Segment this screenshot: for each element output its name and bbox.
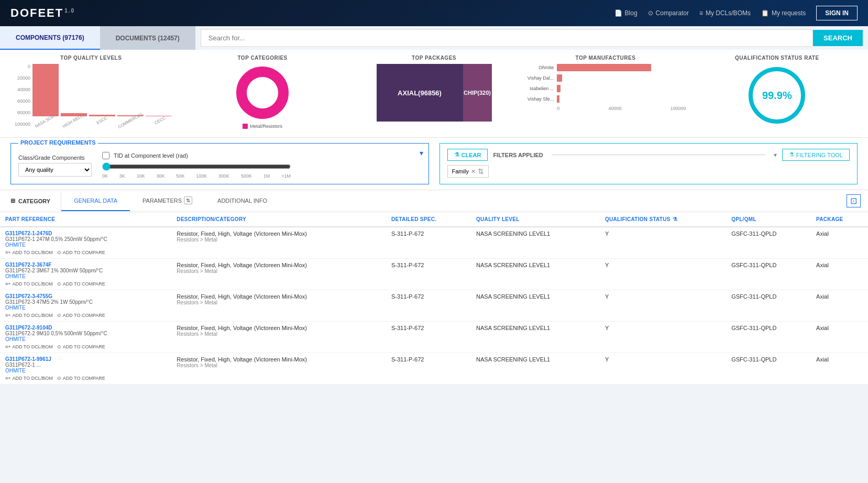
add-dcl-btn-0[interactable]: ≡+ ADD TO DCL/BOM bbox=[5, 250, 53, 255]
tab-parameters[interactable]: PARAMETERS ⇅ bbox=[130, 190, 205, 212]
cell-qpl-3: GSFC-311-QPLD bbox=[726, 322, 811, 353]
category-icon: ⊞ bbox=[10, 197, 15, 204]
req-dropdown-arrow[interactable]: ▾ bbox=[420, 149, 423, 157]
quality-chart-section: TOP QUALITY LEVELS 100000800006000040000… bbox=[10, 55, 171, 132]
tid-checkbox[interactable] bbox=[102, 152, 109, 159]
part-maker-2[interactable]: OHMITE bbox=[5, 305, 166, 311]
add-dcl-btn-3[interactable]: ≡+ ADD TO DCL/BOM bbox=[5, 344, 53, 349]
add-dcl-btn-1[interactable]: ≡+ ADD TO DCL/BOM bbox=[5, 281, 53, 287]
filters-divider bbox=[552, 155, 765, 155]
col-qual-status: QUALIFICATION STATUS ⚗ bbox=[600, 212, 726, 226]
tid-label: TID at Component level (rad) bbox=[114, 152, 188, 159]
cell-package-0: Axial bbox=[811, 227, 868, 259]
nav-dcl-bom[interactable]: ≡ My DCLs/BOMs bbox=[699, 9, 751, 17]
part-ref-sub-0: G311P672-1 247M 0,5% 250mW 50ppm/°C bbox=[5, 236, 166, 242]
parameters-sort-icon[interactable]: ⇅ bbox=[184, 196, 192, 204]
part-ref-sub-4: G311P672-1 ... bbox=[5, 362, 166, 368]
part-maker-1[interactable]: OHMITE bbox=[5, 273, 166, 279]
add-dcl-btn-4[interactable]: ≡+ ADD TO DCL/BOM bbox=[5, 376, 53, 381]
range-labels: 0K3K10K30K50K100K300K500K1M>1M bbox=[102, 173, 291, 179]
packages-chart-title: TOP PACKAGES bbox=[412, 55, 456, 61]
file-icon: 📄 bbox=[614, 9, 622, 17]
tab-additional-info[interactable]: ADDITIONAL INFO bbox=[205, 191, 280, 211]
add-dcl-btn-2[interactable]: ≡+ ADD TO DCL/BOM bbox=[5, 313, 53, 318]
dcl-icon-0: ≡+ bbox=[5, 250, 11, 255]
filters-applied-section: ⚗ CLEAR FILTERS APPLIED ▾ ⚗ FILTERING TO… bbox=[440, 143, 858, 184]
cell-desc-1: Resistor, Fixed, High, Voltage (Victoree… bbox=[171, 259, 386, 290]
part-ref-link-4[interactable]: G311P672-1-9961J bbox=[5, 356, 166, 362]
quality-select[interactable]: Any quality NASA SCREENING LEVEL1 HIGH R… bbox=[18, 163, 92, 177]
project-req-title: PROJECT REQUIREMENTS bbox=[18, 139, 98, 146]
cell-qpl-0: GSFC-311-QPLD bbox=[726, 227, 811, 259]
quality-y-labels: 100000800006000040000200000 bbox=[10, 64, 30, 127]
cell-desc-4: Resistor, Fixed, High, Voltage (Victoree… bbox=[171, 353, 386, 385]
tab-general-data[interactable]: GENERAL DATA bbox=[61, 191, 130, 211]
compare-icon: ⊙ bbox=[648, 9, 653, 17]
cell-quality-1: NASA SCREENING LEVEL1 bbox=[471, 259, 600, 290]
cell-quality-0: NASA SCREENING LEVEL1 bbox=[471, 227, 600, 259]
tid-row: TID at Component level (rad) bbox=[102, 152, 291, 159]
class-grade-label: Class/Grade Components bbox=[18, 155, 92, 161]
mfr-row-vishay-sfe: Vishay Sfe... bbox=[525, 95, 686, 103]
add-compare-btn-2[interactable]: ⊙ ADD TO COMPARE bbox=[57, 313, 105, 318]
range-slider-group: 0K3K10K30K50K100K300K500K1M>1M bbox=[102, 159, 291, 179]
search-input[interactable] bbox=[201, 29, 813, 47]
add-compare-btn-3[interactable]: ⊙ ADD TO COMPARE bbox=[57, 344, 105, 349]
col-package: PACKAGE bbox=[811, 212, 868, 227]
tab-documents[interactable]: DOCUMENTS (12457) bbox=[100, 26, 195, 50]
cat-sub-1: Resistors > Metal bbox=[177, 268, 381, 274]
req-row: Class/Grade Components Any quality NASA … bbox=[18, 152, 421, 179]
cell-qpl-4: GSFC-311-QPLD bbox=[726, 353, 811, 385]
pkg-chip: CHIP(320) bbox=[463, 64, 492, 122]
filtering-tool-button[interactable]: ⚗ FILTERING TOOL bbox=[782, 149, 850, 161]
dcl-icon-3: ≡+ bbox=[5, 344, 11, 349]
category-button[interactable]: ⊞ CATEGORY bbox=[0, 191, 61, 211]
clear-button[interactable]: ⚗ CLEAR bbox=[447, 149, 488, 161]
cell-desc-3: Resistor, Fixed, High, Voltage (Victoree… bbox=[171, 322, 386, 353]
part-maker-0[interactable]: OHMITE bbox=[5, 242, 166, 248]
nav-my-requests[interactable]: 📋 My requests bbox=[761, 9, 806, 17]
tab-components[interactable]: COMPONENTS (97176) bbox=[0, 26, 100, 50]
cell-qual-status-3: Y bbox=[600, 322, 726, 353]
cell-qpl-1: GSFC-311-QPLD bbox=[726, 259, 811, 290]
donut-legend: Metal/Resistors bbox=[243, 124, 282, 129]
add-compare-btn-1[interactable]: ⊙ ADD TO COMPARE bbox=[57, 281, 105, 287]
quality-bar-labels: NASA SCREE... HIGH RELIA... ESCC COMMERC… bbox=[32, 118, 171, 123]
part-ref-link-1[interactable]: G311P672-2-3674F bbox=[5, 262, 166, 268]
compare-icon-3: ⊙ bbox=[57, 344, 61, 349]
list-icon: ≡ bbox=[699, 9, 703, 17]
add-compare-btn-0[interactable]: ⊙ ADD TO COMPARE bbox=[57, 250, 105, 255]
family-filter-remove[interactable]: ✕ bbox=[471, 168, 476, 175]
svg-point-1 bbox=[252, 82, 273, 103]
mfr-row-vishay-dal: Vishay Dal... bbox=[525, 74, 686, 82]
cell-package-2: Axial bbox=[811, 290, 868, 322]
filters-dropdown-arrow[interactable]: ▾ bbox=[774, 151, 777, 159]
header: DOFEET1.0 📄 Blog ⊙ Comparator ≡ My DCLs/… bbox=[0, 0, 868, 26]
part-maker-4[interactable]: OHMITE bbox=[5, 368, 166, 374]
sign-in-button[interactable]: SIGN IN bbox=[816, 6, 858, 20]
dcl-icon-1: ≡+ bbox=[5, 281, 11, 287]
col-detailed-spec: DETAILED SPEC. bbox=[386, 212, 471, 227]
cat-sub-3: Resistors > Metal bbox=[177, 331, 381, 337]
table-row: G311P672-2-9104D G311P672-2 9M10 0,5% 50… bbox=[0, 322, 868, 353]
search-bar: SEARCH bbox=[195, 26, 868, 50]
bar-nasa-fill bbox=[32, 64, 59, 116]
family-filter-arrows[interactable]: ⇅ bbox=[478, 167, 484, 175]
filter-icon-qual[interactable]: ⚗ bbox=[673, 216, 677, 222]
search-button[interactable]: SEARCH bbox=[813, 30, 863, 46]
table-row: G311P672-3-4755G G311P672-3 47M5 2% 1W 5… bbox=[0, 290, 868, 322]
results-table: PART REFERENCE DESCRIPTION/CATEGORY DETA… bbox=[0, 212, 868, 385]
part-ref-link-0[interactable]: G311P672-1-2476D bbox=[5, 230, 166, 236]
tid-range-slider[interactable] bbox=[102, 162, 291, 171]
export-icon[interactable]: ⊡ bbox=[847, 194, 861, 207]
part-ref-link-3[interactable]: G311P672-2-9104D bbox=[5, 325, 166, 331]
table-export-icon[interactable]: ⊡ bbox=[839, 192, 868, 210]
part-maker-3[interactable]: OHMITE bbox=[5, 336, 166, 342]
compare-icon-2: ⊙ bbox=[57, 313, 61, 318]
part-ref-link-2[interactable]: G311P672-3-4755G bbox=[5, 293, 166, 299]
nav-comparator[interactable]: ⊙ Comparator bbox=[648, 9, 689, 17]
nav-blog[interactable]: 📄 Blog bbox=[614, 9, 638, 17]
cell-part-ref-2: G311P672-3-4755G G311P672-3 47M5 2% 1W 5… bbox=[0, 290, 171, 322]
col-qpl: QPL/QML bbox=[726, 212, 811, 227]
add-compare-btn-4[interactable]: ⊙ ADD TO COMPARE bbox=[57, 376, 105, 381]
